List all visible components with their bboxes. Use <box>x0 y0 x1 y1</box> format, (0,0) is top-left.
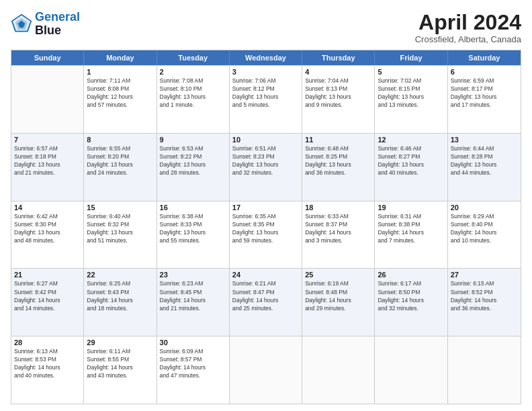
day-cell-5: 5Sunrise: 7:02 AMSunset: 8:15 PMDaylight… <box>375 66 447 133</box>
empty-cell <box>448 336 521 404</box>
cell-info-line: and 28 minutes. <box>160 169 226 177</box>
day-number: 19 <box>378 203 444 212</box>
cell-info-line: and 25 minutes. <box>232 305 299 312</box>
cell-info-line: Sunset: 8:48 PM <box>305 289 371 296</box>
day-cell-17: 17Sunrise: 6:35 AMSunset: 8:35 PMDayligh… <box>230 201 302 269</box>
day-cell-19: 19Sunrise: 6:31 AMSunset: 8:38 PMDayligh… <box>375 201 447 269</box>
day-cell-8: 8Sunrise: 6:55 AMSunset: 8:20 PMDaylight… <box>84 134 157 201</box>
cell-info-line: Daylight: 12 hours <box>87 93 153 101</box>
cell-info-line: Sunrise: 6:27 AM <box>14 280 81 287</box>
cell-info-line: Sunset: 8:27 PM <box>378 153 444 161</box>
cell-info-line: Sunrise: 6:55 AM <box>87 145 153 152</box>
cell-info-line: Sunset: 8:23 PM <box>232 153 299 161</box>
empty-cell <box>375 336 447 404</box>
cell-info-line: Sunrise: 6:25 AM <box>87 280 153 287</box>
cell-info-line: Sunset: 8:13 PM <box>305 85 371 93</box>
cell-info-line: Sunset: 8:38 PM <box>378 221 444 228</box>
day-number: 11 <box>305 136 371 144</box>
cell-info-line: and 40 minutes. <box>378 169 444 177</box>
day-cell-15: 15Sunrise: 6:40 AMSunset: 8:32 PMDayligh… <box>84 201 157 269</box>
day-number: 30 <box>160 338 226 347</box>
cell-info-line: Sunset: 8:22 PM <box>160 153 226 161</box>
cell-info-line: Sunset: 8:45 PM <box>160 289 226 296</box>
cell-info-line: and 55 minutes. <box>160 237 226 244</box>
cell-info-line: Daylight: 13 hours <box>87 229 153 236</box>
day-of-week-tuesday: Tuesday <box>157 50 230 65</box>
cell-info-line: Sunset: 8:43 PM <box>87 289 153 296</box>
day-cell-27: 27Sunrise: 6:15 AMSunset: 8:52 PMDayligh… <box>448 269 521 336</box>
cell-info-line: and 47 minutes. <box>160 372 226 379</box>
day-number: 9 <box>160 136 226 144</box>
cell-info-line: Sunrise: 6:57 AM <box>14 145 81 152</box>
cell-info-line: Daylight: 14 hours <box>14 364 81 371</box>
calendar-row-4: 21Sunrise: 6:27 AMSunset: 8:42 PMDayligh… <box>11 268 521 336</box>
cell-info-line: Sunset: 8:20 PM <box>87 153 153 161</box>
cell-info-line: Daylight: 14 hours <box>378 297 444 304</box>
day-cell-3: 3Sunrise: 7:06 AMSunset: 8:12 PMDaylight… <box>230 66 302 133</box>
day-of-week-wednesday: Wednesday <box>230 50 302 65</box>
day-number: 28 <box>14 338 81 347</box>
day-number: 6 <box>451 68 518 76</box>
cell-info-line: Sunrise: 6:33 AM <box>305 213 371 220</box>
day-cell-23: 23Sunrise: 6:23 AMSunset: 8:45 PMDayligh… <box>157 269 230 336</box>
cell-info-line: Daylight: 14 hours <box>232 297 299 304</box>
cell-info-line: Sunrise: 6:53 AM <box>160 145 226 152</box>
day-cell-7: 7Sunrise: 6:57 AMSunset: 8:18 PMDaylight… <box>11 134 84 201</box>
cell-info-line: Sunrise: 6:35 AM <box>232 213 299 220</box>
day-number: 10 <box>232 136 299 144</box>
empty-cell <box>11 66 84 133</box>
day-cell-25: 25Sunrise: 6:19 AMSunset: 8:48 PMDayligh… <box>302 269 375 336</box>
cell-info-line: Daylight: 13 hours <box>451 93 518 101</box>
cell-info-line: Daylight: 14 hours <box>160 297 226 304</box>
day-of-week-friday: Friday <box>375 50 447 65</box>
day-number: 23 <box>160 271 226 279</box>
day-number: 1 <box>87 68 153 76</box>
month-title: April 2024 <box>415 11 521 34</box>
cell-info-line: Sunset: 8:30 PM <box>14 221 81 228</box>
cell-info-line: Sunset: 8:37 PM <box>305 221 371 228</box>
cell-info-line: Daylight: 14 hours <box>305 229 371 236</box>
day-number: 7 <box>14 136 81 144</box>
cell-info-line: Daylight: 13 hours <box>87 161 153 169</box>
day-number: 13 <box>451 136 518 144</box>
calendar-row-3: 14Sunrise: 6:42 AMSunset: 8:30 PMDayligh… <box>11 201 521 269</box>
cell-info-line: Daylight: 14 hours <box>305 297 371 304</box>
day-number: 29 <box>87 338 153 347</box>
cell-info-line: Sunset: 8:32 PM <box>87 221 153 228</box>
day-number: 3 <box>232 68 299 76</box>
header: General Blue April 2024 Crossfield, Albe… <box>11 11 521 44</box>
cell-info-line: Daylight: 14 hours <box>378 229 444 236</box>
day-cell-16: 16Sunrise: 6:38 AMSunset: 8:33 PMDayligh… <box>157 201 230 269</box>
cell-info-line: and 57 minutes. <box>87 101 153 109</box>
cell-info-line: Sunset: 8:10 PM <box>160 85 226 93</box>
day-cell-4: 4Sunrise: 7:04 AMSunset: 8:13 PMDaylight… <box>302 66 375 133</box>
day-cell-20: 20Sunrise: 6:29 AMSunset: 8:40 PMDayligh… <box>448 201 521 269</box>
cell-info-line: and 14 minutes. <box>14 305 81 312</box>
cell-info-line: Sunset: 8:40 PM <box>451 221 518 228</box>
cell-info-line: Sunrise: 6:38 AM <box>160 213 226 220</box>
location: Crossfield, Alberta, Canada <box>415 34 521 44</box>
cell-info-line: Sunset: 8:25 PM <box>305 153 371 161</box>
cell-info-line: Sunrise: 6:11 AM <box>87 348 153 355</box>
cell-info-line: Sunset: 8:12 PM <box>232 85 299 93</box>
cell-info-line: Daylight: 13 hours <box>160 229 226 236</box>
cell-info-line: and 13 minutes. <box>378 101 444 109</box>
cell-info-line: Daylight: 13 hours <box>305 93 371 101</box>
cell-info-line: and 9 minutes. <box>305 101 371 109</box>
day-cell-9: 9Sunrise: 6:53 AMSunset: 8:22 PMDaylight… <box>157 134 230 201</box>
cell-info-line: and 32 minutes. <box>378 305 444 312</box>
cell-info-line: and 21 minutes. <box>160 305 226 312</box>
day-number: 26 <box>378 271 444 279</box>
day-cell-1: 1Sunrise: 7:11 AMSunset: 8:08 PMDaylight… <box>84 66 157 133</box>
cell-info-line: Sunset: 8:53 PM <box>14 356 81 363</box>
cell-info-line: Sunrise: 6:44 AM <box>451 145 518 152</box>
calendar-row-2: 7Sunrise: 6:57 AMSunset: 8:18 PMDaylight… <box>11 133 521 201</box>
day-number: 24 <box>232 271 299 279</box>
day-of-week-thursday: Thursday <box>302 50 375 65</box>
cell-info-line: Sunrise: 6:19 AM <box>305 280 371 287</box>
day-of-week-sunday: Sunday <box>11 50 84 65</box>
cell-info-line: Sunrise: 6:46 AM <box>378 145 444 152</box>
logo-text: General Blue <box>35 11 80 38</box>
day-number: 14 <box>14 203 81 212</box>
cell-info-line: and 44 minutes. <box>451 169 518 177</box>
